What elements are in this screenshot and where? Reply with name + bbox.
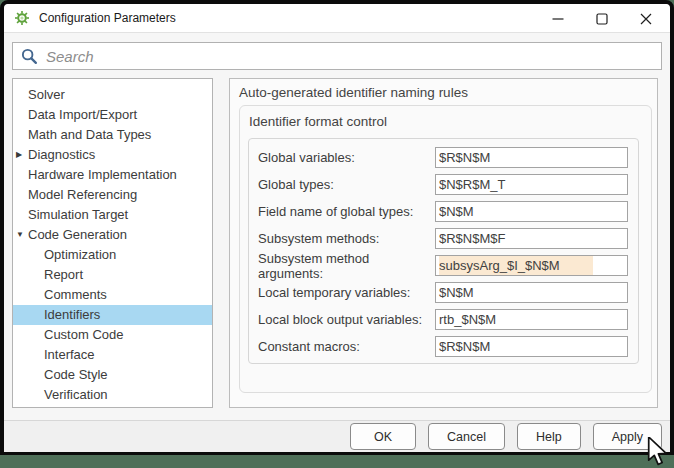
naming-rules-section: Identifier format control Global variabl… (239, 105, 652, 393)
sidebar-item-label: Report (44, 267, 83, 282)
global-types-input[interactable]: $N$R$M_T (435, 174, 628, 195)
constant-macros-input[interactable]: $R$N$M (435, 336, 628, 357)
sidebar-item-report[interactable]: Report (13, 265, 212, 285)
sidebar-item-label: Interface (44, 347, 95, 362)
sidebar-tree: Solver Data Import/Export Math and Data … (12, 78, 213, 408)
sidebar-item-label: Optimization (44, 247, 116, 262)
mouse-cursor (647, 437, 669, 467)
main-panel: Auto-generated identifier naming rules I… (229, 78, 658, 408)
sidebar-item-label: Code Style (44, 367, 108, 382)
chevron-right-icon: ▶ (16, 145, 27, 165)
field-row: Global types: $N$R$M_T (249, 171, 638, 198)
page-title: Auto-generated identifier naming rules (239, 85, 468, 100)
sidebar-item-label: Model Referencing (28, 187, 137, 202)
maximize-icon (596, 13, 608, 25)
window-controls (536, 4, 668, 33)
global-variables-input[interactable]: $R$N$M (435, 147, 628, 168)
sidebar-item-label: Verification (44, 387, 108, 402)
sidebar-item-comments[interactable]: Comments (13, 285, 212, 305)
sidebar-item-label: Identifiers (44, 307, 100, 322)
window-title: Configuration Parameters (39, 11, 176, 25)
field-row: Field name of global types: $N$M (249, 198, 638, 225)
field-row: Constant macros: $R$N$M (249, 333, 638, 360)
subsystem-methods-input[interactable]: $R$N$M$F (435, 228, 628, 249)
minimize-icon (552, 13, 564, 25)
local-block-output-variables-input[interactable]: rtb_$N$M (435, 309, 628, 330)
field-row: Local block output variables: rtb_$N$M (249, 306, 638, 333)
field-row: Subsystem methods: $R$N$M$F (249, 225, 638, 252)
ok-button[interactable]: OK (350, 423, 416, 450)
search-placeholder: Search (46, 48, 94, 65)
help-button[interactable]: Help (517, 423, 581, 450)
sidebar-item-identifiers[interactable]: Identifiers (13, 305, 212, 325)
local-temporary-variables-label: Local temporary variables: (258, 285, 435, 300)
simulink-gear-icon (14, 10, 30, 26)
sidebar-item-simulation-target[interactable]: Simulation Target (13, 205, 212, 225)
sidebar-item-diagnostics[interactable]: ▶ Diagnostics (13, 145, 212, 165)
subsystem-method-arguments-input[interactable]: subsysArg_$I_$N$M (435, 255, 628, 276)
footer-buttons: OK Cancel Help Apply (4, 420, 670, 452)
field-row: Local temporary variables: $N$M (249, 279, 638, 306)
identifier-fields: Global variables: $R$N$M Global types: $… (248, 138, 639, 364)
constant-macros-label: Constant macros: (258, 339, 435, 354)
global-variables-label: Global variables: (258, 150, 435, 165)
field-name-of-global-types-input[interactable]: $N$M (435, 201, 628, 222)
sidebar-item-label: Solver (28, 87, 65, 102)
maximize-button[interactable] (580, 4, 624, 33)
local-temporary-variables-input[interactable]: $N$M (435, 282, 628, 303)
sidebar-item-code-generation[interactable]: ▼ Code Generation (13, 225, 212, 245)
global-types-label: Global types: (258, 177, 435, 192)
field-row: Global variables: $R$N$M (249, 144, 638, 171)
subsystem-method-arguments-label: Subsystem method arguments: (258, 251, 435, 281)
chevron-down-icon: ▼ (16, 225, 27, 245)
sidebar-item-custom-code[interactable]: Custom Code (13, 325, 212, 345)
sidebar-item-label: Math and Data Types (28, 127, 151, 142)
sidebar-item-label: Diagnostics (28, 147, 95, 162)
titlebar: Configuration Parameters (4, 4, 670, 33)
sidebar-item-interface[interactable]: Interface (13, 345, 212, 365)
sidebar-item-label: Custom Code (44, 327, 123, 342)
sidebar-item-label: Simulation Target (28, 207, 128, 222)
sidebar-item-math-and-data-types[interactable]: Math and Data Types (13, 125, 212, 145)
sidebar-item-model-referencing[interactable]: Model Referencing (13, 185, 212, 205)
sidebar-item-label: Hardware Implementation (28, 167, 177, 182)
sidebar-item-hardware-implementation[interactable]: Hardware Implementation (13, 165, 212, 185)
sidebar-item-label: Data Import/Export (28, 107, 137, 122)
sidebar-item-optimization[interactable]: Optimization (13, 245, 212, 265)
sidebar-item-data-import-export[interactable]: Data Import/Export (13, 105, 212, 125)
minimize-button[interactable] (536, 4, 580, 33)
sidebar-item-verification[interactable]: Verification (13, 385, 212, 405)
sidebar-item-label: Code Generation (28, 227, 127, 242)
subsystem-methods-label: Subsystem methods: (258, 231, 435, 246)
close-button[interactable] (624, 4, 668, 33)
field-row: Subsystem method arguments: subsysArg_$I… (249, 252, 638, 279)
field-name-of-global-types-label: Field name of global types: (258, 204, 435, 219)
search-input[interactable]: Search (12, 42, 662, 70)
local-block-output-variables-label: Local block output variables: (258, 312, 435, 327)
configuration-parameters-window: Configuration Parameters Search Solver D… (0, 0, 674, 455)
cancel-button[interactable]: Cancel (428, 423, 505, 450)
search-icon (20, 47, 38, 65)
sidebar-item-code-style[interactable]: Code Style (13, 365, 212, 385)
section-title: Identifier format control (249, 114, 387, 129)
close-icon (640, 13, 652, 25)
sidebar-item-solver[interactable]: Solver (13, 85, 212, 105)
sidebar-item-label: Comments (44, 287, 107, 302)
